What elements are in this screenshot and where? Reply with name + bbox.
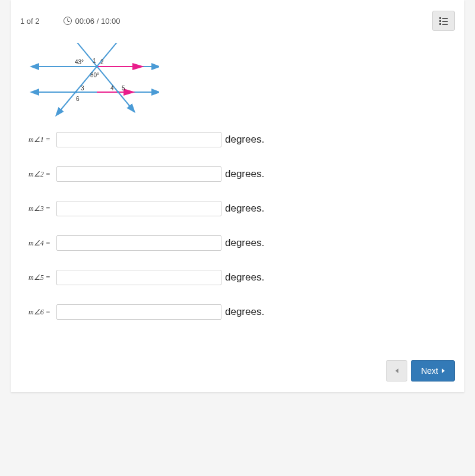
- diagram-label-3: 3: [81, 85, 84, 92]
- diagram-label-5: 5: [122, 85, 125, 92]
- page-counter: 1 of 2: [20, 17, 40, 26]
- svg-point-11: [117, 91, 119, 93]
- svg-point-9: [96, 65, 98, 68]
- list-icon: [439, 17, 448, 24]
- unit-label-1: degrees.: [225, 134, 264, 146]
- svg-point-10: [75, 91, 77, 93]
- question-row-4: m∠4 = degrees.: [28, 235, 446, 251]
- angle-label-1: m∠1 =: [28, 135, 52, 144]
- triangle-right-icon: [442, 368, 445, 373]
- triangle-left-icon: [395, 368, 398, 373]
- next-button-label: Next: [421, 366, 438, 376]
- angle-input-2[interactable]: [56, 166, 221, 182]
- question-row-3: m∠3 = degrees.: [28, 201, 446, 216]
- unit-label-2: degrees.: [225, 168, 264, 180]
- diagram-label-80: 80°: [90, 72, 99, 78]
- angle-label-3: m∠3 =: [28, 204, 52, 213]
- angle-input-5[interactable]: [56, 270, 221, 285]
- angle-label-6: m∠6 =: [28, 308, 52, 317]
- diagram-label-43: 43°: [75, 59, 84, 65]
- angle-label-5: m∠5 =: [28, 273, 52, 282]
- prev-button[interactable]: [386, 360, 407, 382]
- diagram-label-2: 2: [100, 59, 104, 65]
- content-area: 43° 1 2 80° 3 4 5 6 m∠1 = degrees. m∠2 =…: [11, 37, 464, 357]
- question-row-1: m∠1 = degrees.: [28, 132, 446, 147]
- diagram-label-1: 1: [93, 58, 96, 64]
- question-row-5: m∠5 = degrees.: [28, 270, 446, 285]
- angle-input-1[interactable]: [56, 132, 221, 147]
- unit-label-5: degrees.: [225, 272, 264, 283]
- timer-text: 00:06 / 10:00: [75, 17, 121, 26]
- list-menu-button[interactable]: [432, 11, 455, 31]
- header-left: 1 of 2 00:06 / 10:00: [20, 17, 120, 26]
- question-row-6: m∠6 = degrees.: [28, 304, 446, 320]
- unit-label-4: degrees.: [225, 237, 264, 249]
- header-bar: 1 of 2 00:06 / 10:00: [11, 0, 464, 37]
- angle-input-6[interactable]: [56, 304, 221, 320]
- geometry-diagram: 43° 1 2 80° 3 4 5 6: [28, 43, 159, 120]
- diagram-label-4: 4: [110, 85, 114, 92]
- next-button[interactable]: Next: [411, 360, 455, 382]
- angle-label-2: m∠2 =: [28, 170, 52, 179]
- page-container: 1 of 2 00:06 / 10:00: [11, 0, 464, 392]
- unit-label-3: degrees.: [225, 203, 264, 215]
- unit-label-6: degrees.: [225, 306, 264, 318]
- angle-label-4: m∠4 =: [28, 239, 52, 248]
- angle-input-4[interactable]: [56, 235, 221, 251]
- footer-nav: Next: [386, 360, 455, 382]
- clock-icon: [64, 17, 72, 25]
- question-row-2: m∠2 = degrees.: [28, 166, 446, 182]
- angle-input-3[interactable]: [56, 201, 221, 216]
- svg-line-8: [70, 43, 132, 109]
- diagram-label-6: 6: [76, 96, 80, 102]
- timer: 00:06 / 10:00: [64, 17, 121, 26]
